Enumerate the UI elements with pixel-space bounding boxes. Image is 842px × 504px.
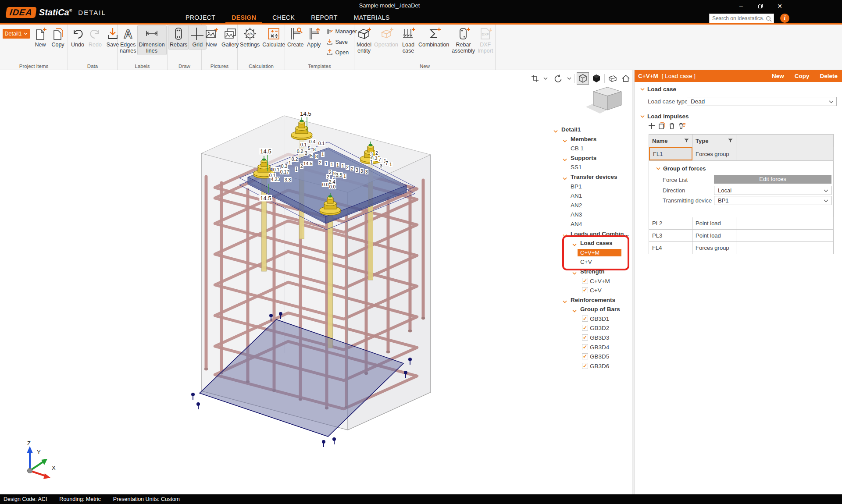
tree-item-an4[interactable]: AN4 [550,220,632,229]
chevron-down-icon [824,199,828,202]
restore-button[interactable] [751,0,770,12]
tree-item-gb3d5[interactable]: ✓GB3D5 [550,352,632,362]
ribbon-button-settings[interactable]: </>Settings [239,25,261,49]
delete-all-impulses-button[interactable] [678,122,686,131]
orbit-button[interactable] [553,73,564,84]
tree-item-c-v-m[interactable]: ✓C+V+M [550,277,632,286]
delete-impulse-button[interactable] [668,122,676,131]
tree-item-detail1[interactable]: Detail1 [550,125,632,135]
tree-item-transfer-devices[interactable]: Transfer devices [550,172,632,182]
ribbon-button-copy[interactable]: Copy [49,25,67,49]
tree-item-gb3d2[interactable]: ✓GB3D2 [550,323,632,333]
impulse-row-fl4[interactable]: FL4Forces group [649,242,834,254]
tree-item-supports[interactable]: Supports [550,153,632,163]
tree-item-gb3d1[interactable]: ✓GB3D1 [550,314,632,324]
tree-item-an2[interactable]: AN2 [550,201,632,210]
copy-impulse-button[interactable] [658,122,666,131]
checkbox[interactable]: ✓ [582,344,588,350]
panel-action-copy[interactable]: Copy [795,73,810,79]
tree-item-bp1[interactable]: BP1 [550,182,632,192]
operation-icon [379,26,394,41]
info-button[interactable]: i [780,14,789,23]
impulse-row-pl3[interactable]: PL3Point load [649,230,834,242]
direction-select[interactable]: Local [714,186,831,195]
orbit-dropdown[interactable] [566,76,572,81]
tree-item-group-of-bars[interactable]: Group of Bars [550,305,632,314]
ribbon-button-save[interactable]: Save [326,37,357,47]
model-3d-view[interactable]: ZYX [0,70,633,494]
tree-item-strength[interactable]: Strength [550,267,632,277]
expander-icon [572,243,577,246]
ribbon-button-open[interactable]: Open [326,47,357,58]
expander-icon [563,139,567,142]
tree-item-loads-and-combin[interactable]: Loads and Combin... [550,229,632,239]
tree-item-gb3d4[interactable]: ✓GB3D4 [550,343,632,352]
close-button[interactable]: ✕ [770,0,789,12]
tree-item-members[interactable]: Members [550,135,632,144]
ribbon-button-new[interactable]: New [32,25,49,49]
project-selector[interactable]: Detail1 [3,29,30,39]
load-case-type-select[interactable]: Dead [687,97,837,106]
ribbon-button-rebar-assembly[interactable]: Rebar assembly [450,25,476,55]
tree-item-gb3d6[interactable]: ✓GB3D6 [550,362,632,371]
tree-item-load-cases[interactable]: Load cases [550,238,632,248]
tree-item-reinforcements[interactable]: Reinforcements [550,295,632,305]
filter-icon[interactable] [728,138,733,143]
ribbon-groups: Detail1NewCopyProject itemsUndoRedoSaveD… [0,25,842,70]
section-load-impulses[interactable]: Load impulses [640,113,689,120]
clip-view-button[interactable] [530,73,540,84]
ribbon-button-gallery[interactable]: Gallery [220,25,240,49]
tab-check[interactable]: CHECK [272,14,295,21]
panel-action-new[interactable]: New [772,73,784,79]
checkbox[interactable]: ✓ [582,334,588,341]
tree-item-an1[interactable]: AN1 [550,191,632,201]
minimize-button[interactable]: – [731,0,751,12]
ribbon-button-calculate[interactable]: Calculate [261,25,286,49]
checkbox[interactable]: ✓ [582,287,588,293]
checkbox[interactable]: ✓ [582,325,588,331]
ribbon-button-create[interactable]: Create [286,25,305,49]
tree-item-c-v[interactable]: ✓C+V [550,286,632,295]
tab-project[interactable]: PROJECT [186,14,215,21]
checkbox[interactable]: ✓ [582,363,588,369]
navigation-cube[interactable] [586,87,621,114]
checkbox[interactable]: ✓ [582,316,588,322]
tree-item-c-v[interactable]: C+V [550,257,632,267]
ribbon-button-model-entity[interactable]: Model entity [355,25,373,55]
section-group-of-forces[interactable]: Group of forces [656,165,706,172]
impulse-row-pl2[interactable]: PL2Point load [649,217,834,230]
ribbon-button-combination[interactable]: Combination [417,25,450,49]
solid-view-button[interactable] [591,73,602,84]
panel-action-delete[interactable]: Delete [820,73,838,79]
edit-forces-button[interactable]: Edit forces [714,175,831,184]
tab-report[interactable]: REPORT [311,14,338,21]
add-impulse-button[interactable] [648,122,656,131]
transparent-view-button[interactable] [607,73,618,84]
tree-item-ss1[interactable]: SS1 [550,163,632,172]
ribbon-button-load-case[interactable]: Load case [400,25,417,55]
filter-icon[interactable] [684,138,689,143]
ribbon-button-undo[interactable]: Undo [69,25,86,49]
wireframe-view-button[interactable] [577,73,589,84]
home-view-button[interactable] [621,73,631,84]
search-input[interactable] [710,14,774,23]
tab-design[interactable]: DESIGN [232,14,256,21]
checkbox[interactable]: ✓ [582,353,588,359]
clip-view-dropdown[interactable] [542,76,549,81]
load-case-icon [401,26,416,41]
checkbox[interactable]: ✓ [582,278,588,284]
impulse-row-fl1[interactable]: FL1 Forces group [649,147,834,161]
tree-item-an3[interactable]: AN3 [550,210,632,220]
section-load-case[interactable]: Load case [640,86,676,92]
tab-materials[interactable]: MATERIALS [354,14,390,21]
tree-item-gb3d3[interactable]: ✓GB3D3 [550,333,632,343]
ribbon-button-apply[interactable]: Apply [305,25,323,49]
ribbon-button-new[interactable]: New [203,25,220,49]
ribbon-button-rebars[interactable]: Rebars [168,25,189,49]
ribbon-button-manager[interactable]: Manager [326,26,357,37]
ribbon-button-edges-names[interactable]: AEdges names [118,25,138,55]
tree-item-cb-1[interactable]: CB 1 [550,144,632,153]
ribbon-button-dimension-lines[interactable]: Dimension lines [138,25,166,55]
tree-item-c-v-m[interactable]: C+V+M [550,248,632,258]
transmitting-device-select[interactable]: BP1 [714,196,831,205]
